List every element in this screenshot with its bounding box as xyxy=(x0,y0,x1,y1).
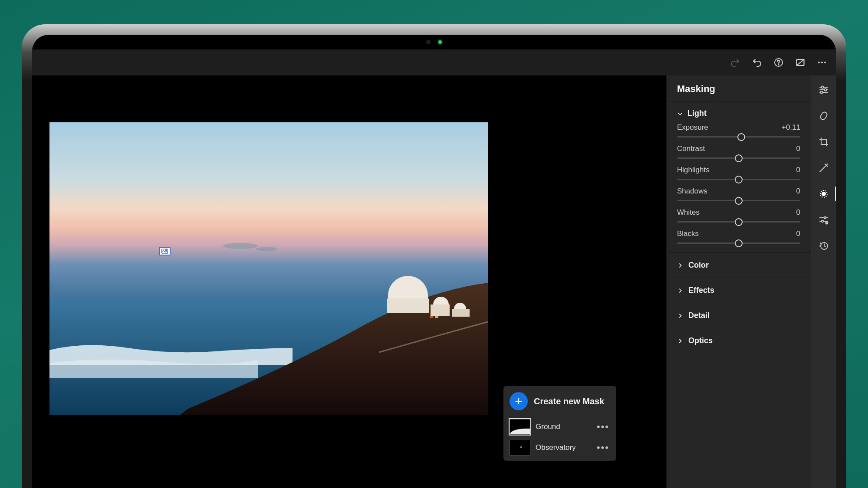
tool-rail xyxy=(811,75,836,488)
svg-point-21 xyxy=(824,89,826,91)
mask-item-more-icon[interactable]: ••• xyxy=(596,442,610,453)
masking-panel: Masking Light Exposure+0.11Contrast0High… xyxy=(666,75,811,488)
section-light-label: Light xyxy=(687,109,707,118)
section-light: Light Exposure+0.11Contrast0Highlights0S… xyxy=(667,102,811,252)
workspace: Masking Light Exposure+0.11Contrast0High… xyxy=(32,75,836,488)
section-label: Color xyxy=(688,261,709,270)
crop-tool-icon[interactable] xyxy=(817,135,830,148)
svg-point-9 xyxy=(223,243,258,249)
slider-label: Whites xyxy=(677,208,700,217)
slider-contrast: Contrast0 xyxy=(677,139,800,160)
slider-track[interactable] xyxy=(677,179,800,180)
slider-track[interactable] xyxy=(677,221,800,223)
svg-rect-11 xyxy=(387,298,429,313)
slider-thumb[interactable] xyxy=(735,218,743,226)
slider-thumb[interactable] xyxy=(735,176,743,183)
slider-track[interactable] xyxy=(677,200,800,201)
mask-item-label: Ground xyxy=(536,422,591,431)
more-icon[interactable] xyxy=(816,56,828,69)
svg-point-5 xyxy=(821,62,823,63)
app-screen: Masking Light Exposure+0.11Contrast0High… xyxy=(32,35,836,488)
svg-point-23 xyxy=(820,92,822,94)
mask-item[interactable]: Ground••• xyxy=(509,416,611,437)
slider-label: Blacks xyxy=(677,229,699,238)
slider-thumb[interactable] xyxy=(735,154,743,162)
camera-lens xyxy=(426,40,431,44)
slider-label: Shadows xyxy=(677,187,707,196)
section-optics[interactable]: Optics xyxy=(667,328,811,353)
photo-preview[interactable] xyxy=(49,122,488,415)
slider-value: 0 xyxy=(796,144,800,153)
svg-point-4 xyxy=(818,62,820,63)
mask-thumb[interactable] xyxy=(510,419,530,435)
slider-value: 0 xyxy=(796,229,800,238)
svg-point-30 xyxy=(821,220,823,222)
slider-whites: Whites0 xyxy=(677,203,800,224)
mask-item[interactable]: Observatory••• xyxy=(509,437,611,458)
svg-rect-13 xyxy=(452,309,470,317)
slider-thumb[interactable] xyxy=(735,239,743,247)
slider-track[interactable] xyxy=(677,136,800,138)
svg-point-1 xyxy=(778,64,779,65)
slider-value: 0 xyxy=(796,187,800,196)
slider-highlights: Highlights0 xyxy=(677,160,800,182)
panel-title: Masking xyxy=(667,75,811,102)
create-mask-plus-button[interactable]: + xyxy=(510,392,528,410)
svg-rect-12 xyxy=(431,305,450,316)
slider-exposure: Exposure+0.11 xyxy=(677,118,800,139)
svg-rect-14 xyxy=(430,316,433,318)
slider-label: Contrast xyxy=(677,144,705,153)
svg-point-28 xyxy=(824,217,825,219)
slider-shadows: Shadows0 xyxy=(677,182,800,203)
svg-point-10 xyxy=(256,247,277,251)
slider-track[interactable] xyxy=(677,157,800,159)
slider-value: 0 xyxy=(796,166,800,174)
mask-item-label: Observatory xyxy=(536,443,591,452)
slider-thumb[interactable] xyxy=(735,197,743,205)
svg-point-19 xyxy=(821,86,823,88)
svg-rect-24 xyxy=(819,111,828,121)
section-label: Detail xyxy=(688,311,710,320)
section-detail[interactable]: Detail xyxy=(667,303,811,328)
compare-icon[interactable] xyxy=(794,56,806,69)
slider-label: Exposure xyxy=(677,123,708,132)
slider-thumb[interactable] xyxy=(737,133,745,141)
brush-tool-icon[interactable] xyxy=(817,161,830,174)
slider-label: Highlights xyxy=(677,166,710,174)
presets-tool-icon[interactable] xyxy=(817,213,830,226)
svg-rect-15 xyxy=(435,316,438,318)
camera-led xyxy=(438,40,442,44)
top-toolbar xyxy=(32,49,836,75)
undo-icon[interactable] xyxy=(751,56,763,69)
svg-point-17 xyxy=(165,249,167,251)
svg-rect-16 xyxy=(162,249,168,253)
section-color[interactable]: Color xyxy=(667,252,811,278)
slider-value: +0.11 xyxy=(782,123,800,132)
create-mask-label: Create new Mask xyxy=(534,396,604,406)
section-label: Effects xyxy=(688,286,714,295)
mask-thumb[interactable] xyxy=(510,440,530,455)
section-label: Optics xyxy=(688,336,713,345)
svg-point-26 xyxy=(822,192,825,196)
svg-point-6 xyxy=(824,62,826,63)
adjust-tool-icon[interactable] xyxy=(817,83,830,96)
mask-list-popup: + Create new Mask Ground•••Observatory••… xyxy=(503,386,616,461)
camera-bar xyxy=(426,40,442,44)
mask-item-more-icon[interactable]: ••• xyxy=(596,421,610,432)
redo-icon xyxy=(729,56,741,69)
create-mask-row[interactable]: + Create new Mask xyxy=(509,390,611,416)
section-effects[interactable]: Effects xyxy=(667,278,811,303)
svg-line-3 xyxy=(797,59,804,66)
mask-tool-icon[interactable] xyxy=(817,187,830,200)
heal-tool-icon[interactable] xyxy=(817,109,830,122)
history-tool-icon[interactable] xyxy=(817,239,830,252)
slider-value: 0 xyxy=(796,208,800,217)
image-pin-icon[interactable] xyxy=(159,247,171,255)
section-light-header[interactable]: Light xyxy=(677,109,800,118)
help-icon[interactable] xyxy=(773,56,785,69)
slider-track[interactable] xyxy=(677,242,800,244)
laptop-frame: Masking Light Exposure+0.11Contrast0High… xyxy=(22,24,846,488)
slider-blacks: Blacks0 xyxy=(677,224,800,246)
